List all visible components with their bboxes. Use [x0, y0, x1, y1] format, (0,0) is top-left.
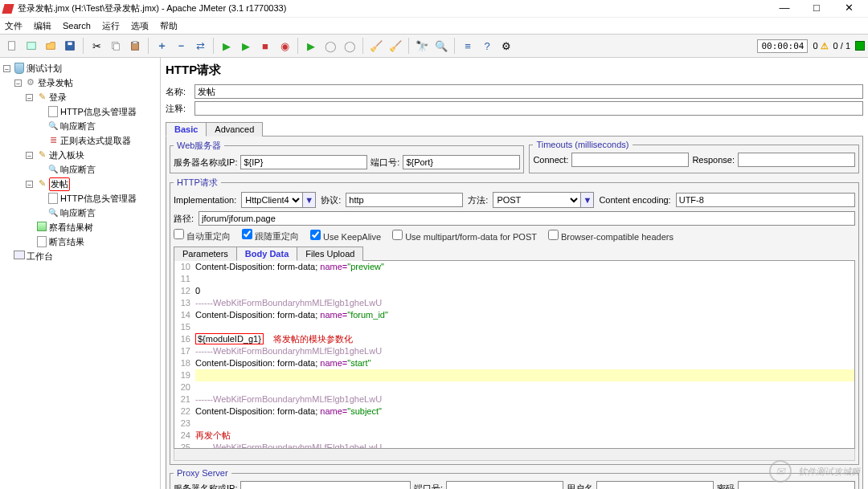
server-name-input[interactable]: [240, 155, 367, 169]
port-input[interactable]: [403, 155, 520, 169]
menu-运行[interactable]: 运行: [102, 20, 120, 32]
toggle-icon[interactable]: ⇄: [191, 37, 209, 55]
remote-shutdown-icon[interactable]: ◯: [341, 37, 358, 55]
menu-选项[interactable]: 选项: [131, 20, 149, 32]
close-button[interactable]: ✕: [833, 1, 865, 17]
tree-node[interactable]: 响应断言: [3, 206, 157, 220]
element-panel: HTTP请求 名称: 注释: Basic Advanced Web服务器 服务器…: [161, 58, 868, 489]
collapse-icon[interactable]: －: [172, 37, 190, 55]
expand-icon[interactable]: ＋: [153, 37, 170, 55]
proxy-server-input[interactable]: [240, 481, 410, 489]
connect-timeout-input[interactable]: [571, 153, 689, 167]
tab-parameters[interactable]: Parameters: [174, 247, 237, 261]
dropdown-icon[interactable]: ▼: [581, 192, 594, 208]
tree-node[interactable]: –登录: [3, 90, 157, 104]
templates-icon[interactable]: [23, 37, 40, 55]
jmeter-icon: [2, 4, 14, 14]
checkbox-option[interactable]: 自动重定向: [174, 229, 231, 242]
reset-search-icon[interactable]: 🔍: [432, 37, 450, 55]
config-tabs: Basic Advanced: [166, 121, 863, 137]
name-label: 名称:: [166, 86, 191, 98]
path-input[interactable]: [199, 211, 855, 226]
window-title: 登录发帖.jmx (H:\Test\登录发帖.jmx) - Apache JMe…: [18, 2, 768, 14]
open-icon[interactable]: [42, 37, 59, 55]
function-helper-icon[interactable]: ≡: [459, 37, 477, 55]
tree-label: 响应断言: [60, 207, 96, 219]
response-timeout-input[interactable]: [738, 153, 855, 167]
checkbox-option[interactable]: Use KeepAlive: [310, 230, 381, 242]
search-icon[interactable]: 🔭: [413, 37, 431, 55]
clear-all-icon[interactable]: 🧹: [387, 37, 404, 55]
tree-node[interactable]: HTTP信息头管理器: [3, 104, 157, 119]
tree-node[interactable]: 响应断言: [3, 162, 157, 177]
tree-node[interactable]: 工作台: [3, 249, 157, 263]
stop-icon[interactable]: ■: [256, 37, 274, 55]
warn-count: 0 ⚠: [813, 41, 828, 51]
tab-basic[interactable]: Basic: [166, 122, 207, 137]
tab-body-data[interactable]: Body Data: [236, 247, 297, 261]
test-plan-tree[interactable]: –测试计划–登录发帖–登录HTTP信息头管理器响应断言正则表达式提取器–进入板块…: [0, 58, 161, 489]
shutdown-icon[interactable]: ◉: [276, 37, 293, 55]
tree-icon: [36, 222, 47, 233]
doc-icon: [36, 236, 47, 247]
tab-files-upload[interactable]: Files Upload: [297, 247, 363, 261]
encoding-input[interactable]: [676, 193, 855, 207]
body-data-editor[interactable]: 10Content-Disposition: form-data; name="…: [174, 260, 855, 449]
implementation-select[interactable]: HttpClient4: [241, 192, 303, 208]
start-notimers-icon[interactable]: ▶: [237, 37, 255, 55]
menu-帮助[interactable]: 帮助: [160, 20, 178, 32]
maximize-button[interactable]: □: [800, 1, 833, 17]
checkbox-option[interactable]: 跟随重定向: [242, 229, 299, 242]
clear-icon[interactable]: 🧹: [367, 37, 385, 55]
pencil-icon: [36, 92, 47, 103]
tree-label: HTTP信息头管理器: [60, 106, 137, 118]
name-input[interactable]: [194, 84, 863, 99]
tree-node[interactable]: –测试计划: [3, 61, 157, 75]
tab-advanced[interactable]: Advanced: [206, 122, 263, 137]
thread-count: 0 / 1: [833, 41, 850, 51]
proxy-user-input[interactable]: [596, 481, 714, 489]
doc-icon: [47, 193, 59, 204]
tree-node[interactable]: 察看结果树: [3, 220, 157, 234]
svg-rect-3: [68, 43, 72, 46]
tree-node[interactable]: –登录发帖: [3, 75, 157, 90]
options-icon[interactable]: ⚙: [497, 37, 515, 55]
copy-icon[interactable]: [107, 37, 125, 55]
tree-node[interactable]: HTTP信息头管理器: [3, 191, 157, 206]
tree-node[interactable]: –进入板块: [3, 148, 157, 162]
mag-icon: [47, 120, 59, 132]
tree-node[interactable]: 断言结果: [3, 234, 157, 249]
cut-icon[interactable]: ✂: [88, 37, 105, 55]
watermark: ✉ 软件测试攻城狮: [769, 460, 860, 483]
tree-label: 发帖: [49, 177, 70, 191]
menu-编辑[interactable]: 编辑: [34, 20, 51, 32]
tree-node[interactable]: –发帖: [3, 177, 157, 191]
menu-文件[interactable]: 文件: [5, 20, 23, 32]
mon-icon: [14, 251, 25, 262]
svg-rect-5: [113, 43, 119, 50]
dropdown-icon[interactable]: ▼: [303, 192, 316, 208]
paste-icon[interactable]: [126, 37, 144, 55]
tree-label: HTTP信息头管理器: [60, 193, 137, 205]
menu-search[interactable]: Search: [63, 21, 91, 31]
checkbox-option[interactable]: Browser-compatible headers: [548, 230, 674, 242]
save-icon[interactable]: [61, 37, 79, 55]
help-icon[interactable]: ?: [478, 37, 496, 55]
checkbox-option[interactable]: Use multipart/form-data for POST: [392, 230, 537, 242]
remote-stop-icon[interactable]: ◯: [321, 37, 339, 55]
new-icon[interactable]: [3, 37, 21, 55]
method-select[interactable]: POST: [493, 192, 581, 208]
menu-bar: 文件编辑Search运行选项帮助: [0, 18, 868, 34]
tree-label: 察看结果树: [49, 222, 93, 234]
protocol-input[interactable]: [346, 193, 463, 207]
horizontal-scrollbar[interactable]: [174, 449, 855, 461]
remote-start-icon[interactable]: ▶: [302, 37, 320, 55]
tree-node[interactable]: 正则表达式提取器: [3, 133, 157, 148]
minimize-button[interactable]: —: [768, 1, 800, 17]
gear-icon: [25, 77, 36, 88]
start-icon[interactable]: ▶: [218, 37, 235, 55]
timeouts-group: Timeouts (milliseconds) Connect: Respons…: [529, 140, 859, 173]
proxy-port-input[interactable]: [446, 481, 563, 489]
tree-node[interactable]: 响应断言: [3, 119, 157, 133]
comment-input[interactable]: [194, 101, 863, 116]
